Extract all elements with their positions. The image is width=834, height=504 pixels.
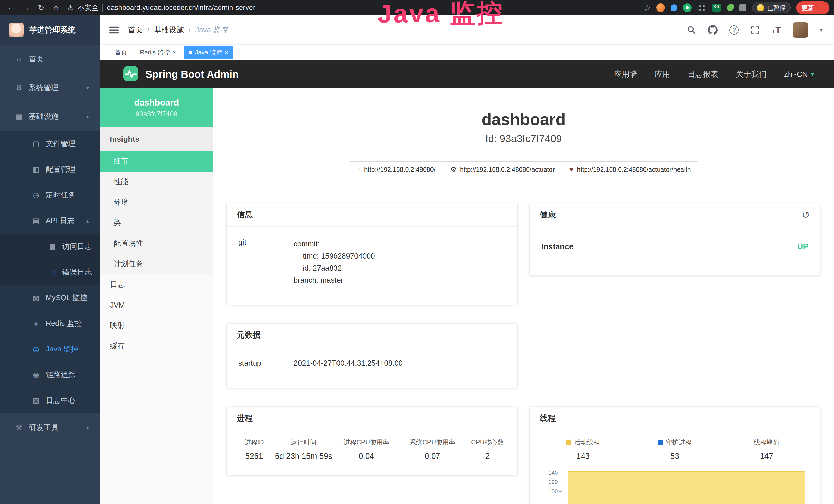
help-icon[interactable]: ? [729,25,739,35]
info-card: 信息 git commit: time: 1596289704000 id: 2… [226,203,517,304]
extension-drop-icon[interactable] [671,4,677,11]
bookmark-star-icon[interactable]: ☆ [644,3,651,12]
sba-item-logs[interactable]: 日志 [100,274,213,295]
sba-nav-about[interactable]: 关于我们 [736,69,766,79]
paused-label: 已暂停 [767,4,786,12]
history-icon[interactable]: ↺ [802,209,810,221]
tools-icon: ⚒ [14,423,24,432]
tab-close-icon[interactable]: × [224,49,228,55]
browser-toolbar-right: ☆ on 已暂停 更新 ⋮ [644,1,829,15]
tab-home[interactable]: 首页 [110,46,132,59]
sidebar-item-tracing[interactable]: ◉ 链路追踪 [0,362,100,388]
sba-nav-applications[interactable]: 应用 [655,69,670,79]
threads-card: 线程 活动线程 守护进程 线程峰值 143 53 147 [530,407,820,504]
process-card: 进程 进程ID 运行时间 进程CPU使用率 系统CPU使用率 CPU核心数 52… [226,407,517,475]
sidebar-item-mysql-monitor[interactable]: ▩ MySQL 监控 [0,285,100,311]
tab-active-dot [189,51,192,54]
sba-locale-select[interactable]: zh~CN ▾ [784,70,814,78]
infrastructure-icon: ▦ [14,112,24,121]
home-icon: ⌂ [356,166,360,174]
heart-icon: ♥ [569,166,573,174]
search-icon[interactable] [687,25,696,35]
sidebar-item-dev-tools[interactable]: ⚒ 研发工具 ▾ [0,413,100,442]
extension-leaf-icon[interactable] [727,4,733,11]
chevron-down-icon: ▾ [86,85,89,91]
health-card-title: 健康 ↺ [530,203,820,227]
extension-fox-icon[interactable] [656,3,665,12]
sidebar-item-infrastructure[interactable]: ▦ 基础设施 ▴ [0,102,100,131]
hamburger-icon[interactable] [100,26,128,35]
tab-java-monitor[interactable]: Java 监控 × [184,46,233,59]
back-button[interactable]: ← [5,1,18,15]
breadcrumb-home[interactable]: 首页 [128,25,143,35]
trace-icon: ◉ [31,371,41,379]
browser-home-button[interactable]: ⌂ [49,1,63,15]
github-icon[interactable] [708,25,718,35]
update-button[interactable]: 更新 ⋮ [796,1,829,15]
sba-item-scheduled-tasks[interactable]: 计划任务 [100,254,213,274]
sidebar-item-access-logs[interactable]: ▤ 访问日志 [0,234,100,259]
admin-sidebar: 芋道管理系统 ⌂ 首页 ⚙ 系统管理 ▾ ▦ 基础设施 ▴ ▢ 文件管理 [0,16,100,504]
sidebar-item-java-monitor[interactable]: ◎ Java 监控 [0,336,100,362]
extensions-puzzle-icon[interactable] [739,4,746,11]
live-threads-area [568,472,806,504]
health-instance-row[interactable]: Instance UP [542,227,809,265]
sidebar-item-error-logs[interactable]: ▥ 错误日志 [0,259,100,285]
security-label[interactable]: 不安全 [78,3,98,12]
reload-button[interactable]: ↻ [35,1,48,15]
app-logo-row[interactable]: 芋道管理系统 [0,16,100,45]
extension-grid-icon[interactable] [697,3,706,12]
fullscreen-icon[interactable] [750,25,760,35]
sidebar-item-file-mgmt[interactable]: ▢ 文件管理 [0,131,100,157]
tab-close-icon[interactable]: × [172,49,176,55]
java-monitor-icon: ◎ [31,345,41,353]
sidebar-item-home[interactable]: ⌂ 首页 [0,45,100,73]
browser-toolbar: ← → ↻ ⌂ ⚠ 不安全 dashboard.yudao.iocoder.cn… [0,0,834,16]
sba-brand-title[interactable]: Spring Boot Admin [146,69,239,80]
font-size-icon[interactable]: TT [772,25,781,35]
address-bar[interactable]: ⚠ 不安全 dashboard.yudao.iocoder.cn/infra/a… [67,3,642,12]
chevron-up-icon: ▴ [86,218,89,224]
sba-item-environment[interactable]: 环境 [100,192,213,212]
user-menu-caret-icon[interactable]: ▾ [820,27,823,33]
sba-item-classes[interactable]: 类 [100,212,213,233]
status-badge: UP [797,242,808,251]
sba-logo[interactable] [123,66,139,83]
sidebar-item-log-center[interactable]: ▨ 日志中心 [0,388,100,413]
sidebar-item-api-logs[interactable]: ▣ API 日志 ▴ [0,208,100,234]
log-center-icon: ▨ [31,396,41,405]
actuator-url-button[interactable]: ⚙ http://192.168.0.2:48080/actuator [443,161,562,177]
sba-item-mappings[interactable]: 映射 [100,315,213,336]
gear-icon: ⚙ [14,84,24,92]
sba-navbar: Spring Boot Admin 应用墙 应用 日志报表 关于我们 zh~CN… [100,60,834,88]
sidebar-item-system-mgmt[interactable]: ⚙ 系统管理 ▾ [0,73,100,102]
mysql-icon: ▩ [31,294,41,302]
sba-instance-header[interactable]: dashboard 93a3fc7f7409 [100,88,213,127]
sba-item-performance[interactable]: 性能 [100,171,213,192]
profile-paused-chip[interactable]: 已暂停 [752,2,791,13]
sba-item-caches[interactable]: 缓存 [100,336,213,357]
sidebar-item-config-mgmt[interactable]: ◧ 配置管理 [0,157,100,182]
user-avatar[interactable] [793,22,808,38]
live-threads-legend-swatch [566,439,571,445]
extension-green-icon[interactable] [683,3,692,12]
sba-item-jvm[interactable]: JVM [100,295,213,315]
breadcrumb-current: Java 监控 [195,25,228,35]
forward-button[interactable]: → [20,1,33,15]
log-icon: ▣ [31,217,41,225]
extension-on-badge[interactable]: on [712,4,721,12]
browser-menu-kebab-icon[interactable]: ⋮ [818,4,824,12]
sba-nav-wallboard[interactable]: 应用墙 [614,69,637,79]
chevron-down-icon: ▾ [86,425,89,431]
instance-links: ⌂ http://192.168.0.2:48080/ ⚙ http://192… [213,161,834,177]
sba-item-details[interactable]: 细节 [100,151,213,171]
service-url-button[interactable]: ⌂ http://192.168.0.2:48080/ [349,161,443,177]
sidebar-item-scheduled-jobs[interactable]: ◷ 定时任务 [0,182,100,208]
sba-nav-journal[interactable]: 日志报表 [687,69,718,79]
sidebar-item-redis-monitor[interactable]: ◈ Redis 监控 [0,311,100,336]
sba-item-config-props[interactable]: 配置属性 [100,233,213,254]
url-text[interactable]: dashboard.yudao.iocoder.cn/infra/admin-s… [107,4,255,12]
health-url-button[interactable]: ♥ http://192.168.0.2:48080/actuator/heal… [562,161,698,177]
breadcrumb-infrastructure[interactable]: 基础设施 [154,25,184,35]
tab-redis-monitor[interactable]: Redis 监控 × [135,46,181,59]
